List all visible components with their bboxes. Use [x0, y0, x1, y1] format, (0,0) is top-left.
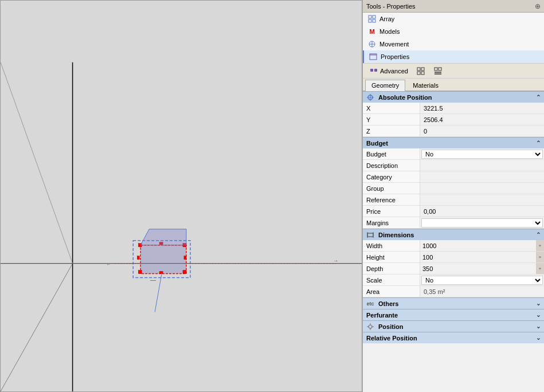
- collapse-relative-position[interactable]: ⌄: [536, 335, 541, 341]
- right-panel: Tools - Properties ⊕ Array M Models Move…: [362, 0, 544, 392]
- prop-toolbar: Advanced: [363, 64, 544, 79]
- svg-rect-35: [421, 68, 424, 70]
- pin-icon[interactable]: ⊕: [535, 2, 541, 10]
- svg-rect-45: [367, 233, 373, 237]
- row-height: Height 100 »: [363, 252, 544, 263]
- row-category: Category: [363, 171, 544, 183]
- models-icon: M: [367, 27, 377, 36]
- svg-rect-26: [373, 19, 375, 22]
- tool-properties[interactable]: Properties: [363, 50, 544, 63]
- value-budget[interactable]: No Yes: [420, 148, 544, 159]
- value-group[interactable]: [420, 183, 544, 194]
- position-icon: [366, 323, 374, 331]
- label-scale: Scale: [363, 275, 420, 285]
- label-depth: Depth: [363, 263, 420, 274]
- others-icon: etc: [366, 300, 374, 308]
- width-expand-btn[interactable]: »: [536, 240, 544, 251]
- section-budget[interactable]: Budget ⌃: [363, 137, 544, 148]
- svg-rect-13: [137, 256, 139, 260]
- section-absolute-position[interactable]: Absolute Position ⌃: [363, 91, 544, 103]
- collapse-perfurante[interactable]: ⌄: [536, 312, 541, 318]
- tool-models[interactable]: M Models: [363, 25, 544, 38]
- row-reference: Reference: [363, 194, 544, 206]
- collapse-budget[interactable]: ⌃: [536, 140, 541, 146]
- scale-select[interactable]: No Yes: [421, 276, 543, 285]
- svg-rect-14: [184, 256, 186, 260]
- tool-movement[interactable]: Movement: [363, 38, 544, 50]
- svg-rect-12: [159, 272, 163, 274]
- tool-array[interactable]: Array: [363, 13, 544, 25]
- dimensions-icon: [366, 231, 374, 239]
- value-y[interactable]: 2506.4: [420, 114, 544, 125]
- svg-rect-40: [435, 72, 441, 73]
- section-position[interactable]: Position ⌄: [363, 320, 544, 332]
- section-dimensions[interactable]: Dimensions ⌃: [363, 229, 544, 240]
- svg-text:──: ──: [150, 279, 156, 283]
- height-expand-btn[interactable]: »: [536, 252, 544, 262]
- svg-rect-32: [370, 69, 373, 72]
- position-label: Position: [378, 323, 403, 330]
- movement-label: Movement: [379, 41, 409, 48]
- label-group: Group: [363, 183, 420, 194]
- row-price: Price 0,00: [363, 206, 544, 217]
- row-width: Width 1000 »: [363, 240, 544, 252]
- section-others[interactable]: etc Others ⌄: [363, 297, 544, 309]
- tab-materials[interactable]: Materials: [406, 80, 445, 91]
- list-icon: [433, 66, 443, 76]
- collapse-dimensions[interactable]: ⌃: [536, 232, 541, 238]
- properties-label: Properties: [381, 53, 409, 60]
- tool-list: Array M Models Movement Properties: [363, 13, 544, 64]
- svg-rect-6: [140, 245, 186, 274]
- row-y: Y 2506.4: [363, 114, 544, 126]
- row-area: Area 0,35 m²: [363, 286, 544, 297]
- others-label: Others: [378, 300, 398, 307]
- value-description[interactable]: [420, 160, 544, 171]
- row-z: Z 0: [363, 126, 544, 137]
- advanced-button[interactable]: Advanced: [366, 65, 411, 77]
- svg-rect-31: [370, 54, 377, 56]
- prop-tabs: Geometry Materials: [363, 79, 544, 91]
- value-area: 0,35 m²: [420, 286, 544, 297]
- svg-rect-34: [417, 68, 420, 70]
- row-group: Group: [363, 183, 544, 194]
- collapse-others[interactable]: ⌄: [536, 300, 541, 307]
- svg-text:←: ←: [106, 262, 111, 267]
- toolbar-list-btn[interactable]: [430, 65, 445, 77]
- depth-expand-btn[interactable]: »: [536, 263, 544, 274]
- value-scale[interactable]: No Yes: [420, 275, 544, 285]
- label-description: Description: [363, 160, 420, 171]
- label-budget: Budget: [363, 148, 420, 159]
- properties-icon: [369, 52, 378, 61]
- svg-rect-0: [1, 1, 362, 391]
- collapse-absolute-position[interactable]: ⌃: [536, 94, 541, 100]
- value-margins[interactable]: [420, 217, 544, 228]
- panel-titlebar: Tools - Properties ⊕: [363, 0, 544, 13]
- viewport-3d[interactable]: ← → ──: [0, 0, 362, 392]
- label-x: X: [363, 103, 420, 113]
- value-z[interactable]: 0: [420, 126, 544, 136]
- svg-rect-10: [183, 271, 186, 274]
- tab-geometry[interactable]: Geometry: [365, 80, 405, 91]
- margins-select[interactable]: [421, 218, 543, 228]
- relative-position-label: Relative Position: [366, 335, 417, 342]
- label-margins: Margins: [363, 217, 420, 228]
- array-icon: [367, 14, 377, 23]
- value-price[interactable]: 0,00: [420, 206, 544, 217]
- row-description: Description: [363, 160, 544, 171]
- budget-select[interactable]: No Yes: [421, 150, 543, 159]
- value-reference[interactable]: [420, 194, 544, 205]
- absolute-position-icon: [366, 93, 374, 101]
- toolbar-grid-btn[interactable]: [413, 65, 428, 77]
- label-area: Area: [363, 286, 420, 297]
- movement-icon: [367, 40, 377, 49]
- section-relative-position[interactable]: Relative Position ⌄: [363, 332, 544, 343]
- section-perfurante[interactable]: Perfurante ⌄: [363, 309, 544, 320]
- value-x[interactable]: 3221.5: [420, 103, 544, 113]
- value-width: 1000 »: [420, 240, 544, 251]
- row-budget: Budget No Yes: [363, 148, 544, 160]
- svg-rect-9: [138, 271, 142, 274]
- array-label: Array: [379, 15, 394, 22]
- collapse-position[interactable]: ⌄: [536, 323, 541, 330]
- value-category[interactable]: [420, 171, 544, 182]
- svg-text:→: →: [333, 258, 338, 264]
